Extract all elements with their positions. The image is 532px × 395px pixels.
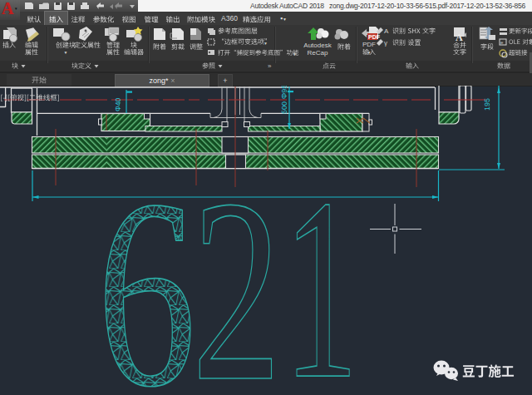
svg-text:1: 1: [283, 145, 358, 395]
svg-text:PDF: PDF: [368, 34, 381, 40]
svg-text:6: 6: [97, 144, 196, 395]
svg-text:A: A: [384, 27, 389, 35]
svg-text:γ: γ: [384, 39, 387, 47]
svg-text:500: 500: [280, 101, 288, 114]
svg-text:e: e: [500, 40, 504, 45]
svg-text:Φ95: Φ95: [280, 86, 288, 99]
svg-text:195: 195: [483, 98, 491, 111]
svg-text:A: A: [456, 32, 463, 43]
svg-text:Φ40: Φ40: [114, 97, 122, 111]
svg-text:2: 2: [192, 146, 282, 395]
